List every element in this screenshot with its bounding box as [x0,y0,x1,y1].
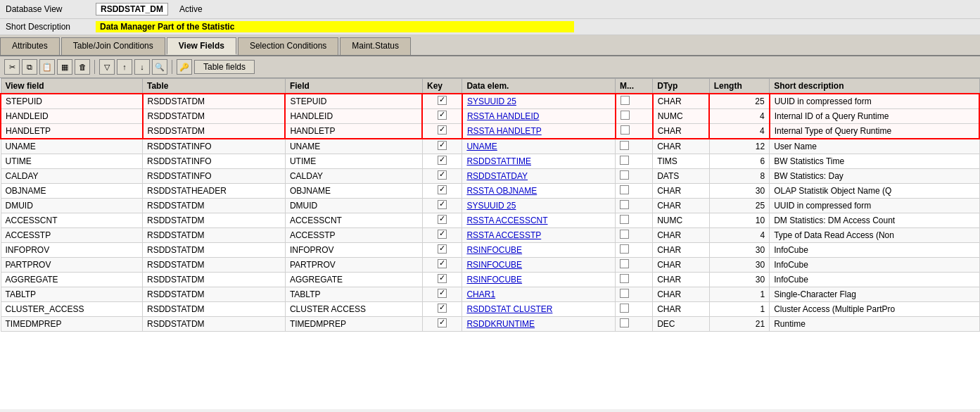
key-cell [422,154,462,169]
table-row: AGGREGATERSDDSTATDMAGGREGATERSINFOCUBECH… [1,273,979,287]
field-cell: ACCESSTP [285,228,422,243]
view-field-cell: UTIME [1,154,143,169]
tabs-bar: Attributes Table/Join Conditions View Fi… [0,35,980,56]
table-row: ACCESSCNTRSDDSTATDMACCESSCNTRSSTA ACCESS… [1,213,979,228]
field-cell: HANDLETP [285,124,422,139]
key-checkbox [438,215,447,224]
data-elem-cell[interactable]: CHAR1 [462,287,616,302]
cut-btn[interactable]: ✂ [4,59,20,75]
field-cell: TIMEDMPREP [285,317,422,332]
table-name-cell: RSDDSTATDM [143,302,286,317]
m-checkbox [620,156,629,165]
key-checkbox [438,230,447,239]
db-view-label: Database View [6,4,90,14]
length-cell: 6 [709,154,769,169]
m-cell [616,184,653,199]
key-cell [422,109,462,124]
table-fields-btn[interactable]: Table fields [194,60,255,74]
delete-btn[interactable]: 🗑 [75,59,90,75]
data-elem-cell[interactable]: RSDDSTAT CLUSTER [462,302,616,317]
table-name-cell: RSDDSTATDM [143,94,286,109]
data-elem-cell[interactable]: RSSTA ACCESSTP [462,228,616,243]
length-cell: 1 [709,302,769,317]
data-elem-cell[interactable]: RSSTA HANDLETP [462,124,616,139]
data-elem-cell[interactable]: RSINFOCUBE [462,243,616,258]
dtype-cell: CHAR [653,243,710,258]
tab-attributes[interactable]: Attributes [0,37,60,55]
length-cell: 1 [709,287,769,302]
table-row: HANDLETPRSDDSTATDMHANDLETPRSSTA HANDLETP… [1,124,979,139]
key-checkbox [438,185,447,194]
data-elem-cell[interactable]: SYSUUID 25 [462,199,616,213]
col-length: Length [709,79,769,94]
data-elem-cell[interactable]: RSDDSTATDAY [462,169,616,184]
main-content: View field Table Field Key Data elem. M.… [0,78,980,409]
m-cell [616,199,653,213]
data-elem-cell[interactable]: RSSTA ACCESSCNT [462,213,616,228]
length-cell: 4 [709,124,769,139]
col-key: Key [422,79,462,94]
data-elem-cell[interactable]: SYSUUID 25 [462,94,616,109]
table-row: CLUSTER_ACCESSRSDDSTATDMCLUSTER ACCESSRS… [1,302,979,317]
dtype-cell: CHAR [653,184,710,199]
m-cell [616,302,653,317]
key-cell [422,124,462,139]
table-row: TABLTPRSDDSTATDMTABLTPCHAR1CHAR1Single-C… [1,287,979,302]
dtype-cell: CHAR [653,94,710,109]
short-desc-cell: User Name [770,139,979,154]
short-desc-cell: BW Statistics: Day [770,169,979,184]
short-desc-cell: Internal Type of Query Runtime [770,124,979,139]
table-row: HANDLEIDRSDDSTATDMHANDLEIDRSSTA HANDLEID… [1,109,979,124]
key-checkbox [438,96,447,105]
m-checkbox [620,215,629,224]
short-desc-cell: Cluster Access (Multiple PartPro [770,302,979,317]
m-checkbox [620,304,629,313]
field-cell: DMUID [285,199,422,213]
length-cell: 4 [709,109,769,124]
m-cell [616,228,653,243]
field-cell: CLUSTER ACCESS [285,302,422,317]
data-elem-cell[interactable]: UNAME [462,139,616,154]
data-elem-cell[interactable]: RSDDKRUNTIME [462,317,616,332]
table-name-cell: RSDDSTATDM [143,199,286,213]
key-checkbox [438,156,447,165]
data-elem-cell[interactable]: RSINFOCUBE [462,258,616,273]
view-field-cell: HANDLETP [1,124,143,139]
m-cell [616,317,653,332]
filter-btn[interactable]: ▽ [99,59,115,75]
length-cell: 30 [709,184,769,199]
m-checkbox [620,318,629,327]
toolbar: ✂ ⧉ 📋 ▦ 🗑 ▽ ↑ ↓ 🔍 🔑 Table fields [0,56,980,78]
key-checkbox [438,125,447,135]
tab-table-join[interactable]: Table/Join Conditions [61,37,165,55]
key-cell [422,228,462,243]
paste-btn[interactable]: 📋 [39,59,55,75]
find-btn[interactable]: 🔍 [152,59,167,75]
data-elem-cell[interactable]: RSSTA OBJNAME [462,184,616,199]
key-cell [422,258,462,273]
m-checkbox [621,125,630,135]
data-elem-cell[interactable]: RSINFOCUBE [462,273,616,287]
tab-view-fields[interactable]: View Fields [167,37,236,55]
data-elem-cell[interactable]: RSDDSTATTIME [462,154,616,169]
sort-desc-btn[interactable]: ↓ [134,59,150,75]
tab-selection-conditions[interactable]: Selection Conditions [238,37,338,55]
short-desc-cell: InfoCube [770,243,979,258]
sort-asc-btn[interactable]: ↑ [117,59,132,75]
m-checkbox [620,244,629,254]
key-cell [422,317,462,332]
col-short-desc: Short description [770,79,979,94]
dtype-cell: CHAR [653,258,710,273]
data-elem-cell[interactable]: RSSTA HANDLEID [462,109,616,124]
field-cell: STEPUID [285,94,422,109]
m-cell [616,258,653,273]
field-cell: OBJNAME [285,184,422,199]
key-btn[interactable]: 🔑 [177,59,192,75]
view-field-cell: ACCESSTP [1,228,143,243]
length-cell: 25 [709,199,769,213]
tab-maint-status[interactable]: Maint.Status [340,37,411,55]
copy-btn[interactable]: ⧉ [22,59,37,75]
key-cell [422,94,462,109]
m-checkbox [621,96,630,105]
insert-btn[interactable]: ▦ [57,59,72,75]
